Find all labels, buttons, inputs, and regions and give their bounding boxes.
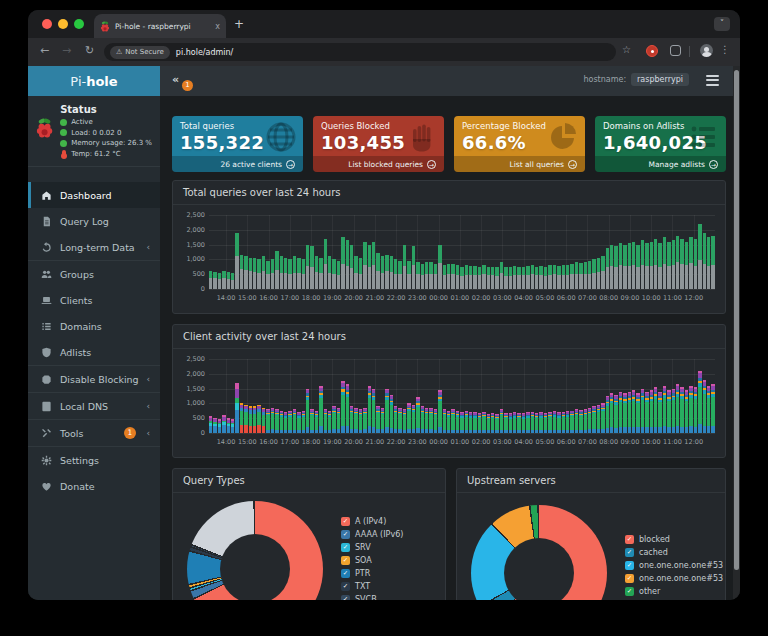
client-bar[interactable] [680,387,683,433]
sidebar-item-clients[interactable]: Clients [28,287,160,313]
query-bar[interactable] [650,242,653,289]
query-bar[interactable] [275,251,278,289]
query-bar[interactable] [676,236,679,289]
query-bar[interactable] [575,262,578,289]
query-bar[interactable] [619,243,622,289]
query-bar[interactable] [363,242,366,289]
query-bar[interactable] [698,224,701,289]
legend-item[interactable]: ✓one.one.one.one#53 [625,572,723,585]
client-bar[interactable] [658,392,661,433]
query-bar[interactable] [707,237,710,289]
client-bar[interactable] [332,406,335,433]
client-bar[interactable] [711,384,714,433]
query-bar[interactable] [434,264,437,289]
query-bar[interactable] [557,266,560,289]
legend-checkbox-icon[interactable]: ✓ [341,582,350,591]
query-bar[interactable] [354,256,357,289]
client-bar[interactable] [632,390,635,433]
sidebar-item-query-log[interactable]: Query Log [28,208,160,234]
window-zoom-button[interactable] [74,19,84,29]
sidebar-collapse-icon[interactable]: « [172,73,179,86]
sidebar-item-tools[interactable]: Tools1‹ [28,420,160,446]
client-bar[interactable] [509,413,512,433]
legend-item[interactable]: ✓PTR [341,567,403,580]
query-bar[interactable] [553,265,556,289]
client-bar[interactable] [478,413,481,433]
query-bar[interactable] [663,237,666,289]
query-bar[interactable] [257,259,260,289]
client-bar[interactable] [310,409,313,433]
query-bar[interactable] [465,265,468,289]
client-bar[interactable] [469,412,472,433]
client-bar[interactable] [522,413,525,433]
sidebar-item-groups[interactable]: Groups [28,261,160,287]
query-bar[interactable] [460,267,463,289]
client-bar[interactable] [548,412,551,433]
client-bar[interactable] [645,392,648,433]
back-icon[interactable]: ← [40,44,49,57]
query-bar[interactable] [398,261,401,289]
query-bar[interactable] [407,261,410,289]
query-bar[interactable] [562,265,565,289]
query-bar[interactable] [703,233,706,289]
card-footer-link[interactable]: 26 active clients→ [172,156,303,172]
forward-icon[interactable]: → [62,44,71,57]
legend-checkbox-icon[interactable]: ✓ [341,530,350,539]
client-bar[interactable] [460,412,463,433]
client-bar[interactable] [482,412,485,433]
window-minimize-button[interactable] [58,19,68,29]
client-bar[interactable] [350,406,353,433]
client-bar[interactable] [412,405,415,433]
sidebar-item-local-dns[interactable]: Local DNS‹ [28,393,160,419]
client-bar[interactable] [535,413,538,433]
query-bar[interactable] [249,258,252,289]
query-bar[interactable] [614,246,617,289]
client-bar[interactable] [539,412,542,433]
query-bar[interactable] [685,242,688,289]
client-bar[interactable] [544,413,547,433]
legend-checkbox-icon[interactable]: ✓ [341,569,350,578]
upstream-servers-donut-chart[interactable] [471,505,607,600]
query-bar[interactable] [412,246,415,289]
query-bar[interactable] [451,264,454,289]
client-bar[interactable] [654,387,657,433]
client-bar[interactable] [438,390,441,433]
client-bar[interactable] [297,412,300,433]
client-bar[interactable] [566,411,569,433]
client-bar[interactable] [306,389,309,433]
client-bar[interactable] [606,396,609,433]
client-bar[interactable] [579,410,582,433]
legend-checkbox-icon[interactable]: ✓ [341,595,350,600]
query-bar[interactable] [346,240,349,289]
legend-item[interactable]: ✓cached [625,546,723,559]
client-bar[interactable] [209,416,212,433]
client-bar[interactable] [368,386,371,433]
client-bar[interactable] [407,403,410,433]
query-bar[interactable] [324,239,327,289]
profile-avatar[interactable] [700,44,713,57]
client-bar[interactable] [381,408,384,433]
client-bar[interactable] [672,389,675,433]
query-bar[interactable] [253,258,256,289]
extensions-icon[interactable] [670,45,681,56]
client-bar[interactable] [302,411,305,433]
pihole-brand[interactable]: Pi-hole [28,66,160,96]
query-bar[interactable] [636,245,639,289]
query-bar[interactable] [482,265,485,289]
query-bar[interactable] [381,256,384,289]
legend-item[interactable]: ✓other [625,585,723,598]
query-bar[interactable] [672,240,675,289]
query-bar[interactable] [350,245,353,289]
query-bar[interactable] [632,242,635,289]
client-bar[interactable] [213,418,216,433]
query-bar[interactable] [544,267,547,289]
query-bar[interactable] [504,267,507,289]
sidebar-item-dashboard[interactable]: Dashboard [28,182,160,208]
query-bar[interactable] [535,267,538,289]
query-bar[interactable] [689,237,692,289]
query-bar[interactable] [315,256,318,289]
query-bar[interactable] [570,264,573,289]
bookmark-star-icon[interactable]: ☆ [622,44,631,55]
query-bar[interactable] [658,243,661,289]
legend-checkbox-icon[interactable]: ✓ [341,517,350,526]
